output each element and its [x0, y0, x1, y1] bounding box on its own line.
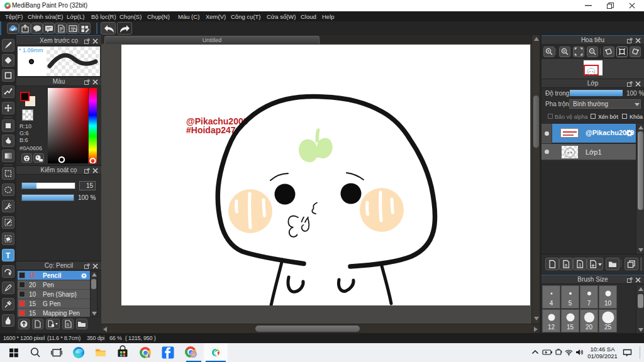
svg-text:a: a	[565, 262, 568, 268]
svg-text:1: 1	[579, 262, 582, 268]
svg-text:T: T	[6, 251, 11, 260]
svg-text:#Hoidap247: #Hoidap247	[186, 125, 236, 135]
svg-text:S: S	[67, 322, 70, 327]
